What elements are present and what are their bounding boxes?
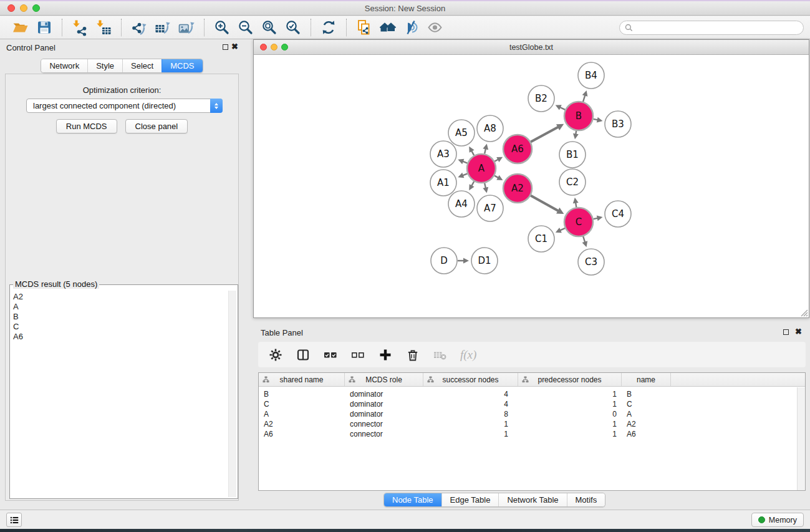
mcds-result-item[interactable]: A	[13, 302, 228, 312]
graph-node-label: C	[576, 216, 582, 228]
function-builder-icon: f(x)	[460, 347, 476, 362]
tab-network[interactable]: Network	[41, 59, 87, 72]
table-row[interactable]: Adominator80A	[259, 409, 805, 419]
first-neighbors-icon[interactable]	[378, 18, 397, 37]
memory-status-icon	[758, 516, 765, 523]
graph-edge-B-B4[interactable]	[583, 95, 585, 102]
export-network-icon[interactable]	[130, 18, 148, 37]
float-panel-icon[interactable]	[223, 44, 228, 50]
network-view-window: testGlobe.txt B4B2BB3A8A5A6A3B1AC2A1A2A4…	[253, 39, 809, 318]
tab-node-table[interactable]: Node Table	[384, 493, 441, 506]
table-scrollbar[interactable]	[797, 387, 805, 490]
window-titlebar: Session: New Session	[0, 1, 810, 16]
table-body: Bdominator41BCdominator41CAdominator80AA…	[259, 389, 805, 439]
column-header-mcds-role[interactable]: MCDS role	[345, 373, 423, 386]
show-all-icon[interactable]	[426, 18, 445, 37]
desktop-background-strip	[0, 529, 810, 532]
tab-motifs[interactable]: Motifs	[567, 493, 605, 506]
graph-edge-arrowhead	[573, 133, 579, 140]
close-panel-button[interactable]: Close panel	[125, 119, 188, 133]
table-cell: B	[622, 390, 671, 399]
tab-network-table[interactable]: Network Table	[498, 493, 566, 506]
search-input[interactable]	[636, 24, 803, 32]
mcds-result-item[interactable]: A6	[13, 332, 228, 342]
graph-edge-arrowhead	[597, 117, 603, 123]
table-cell: 4	[423, 390, 518, 399]
network-window-title: testGlobe.txt	[254, 40, 809, 55]
mcds-result-scrollbar[interactable]	[228, 291, 236, 497]
graph-node-label: B	[576, 110, 582, 122]
toolbar-separator	[62, 19, 62, 36]
close-table-panel-icon[interactable]: ✖	[795, 327, 802, 337]
table-cell: dominator	[345, 390, 423, 399]
deselect-all-icon[interactable]	[350, 347, 365, 362]
graph-node-label: D	[440, 255, 448, 266]
mcds-result-item[interactable]: C	[13, 322, 228, 332]
memory-button[interactable]: Memory	[751, 513, 804, 527]
graph-edge-A2-C[interactable]	[531, 196, 559, 211]
table-row[interactable]: A2connector11A2	[259, 419, 805, 429]
table-settings-gear-icon[interactable]	[268, 347, 283, 362]
zoom-out-icon[interactable]	[236, 18, 255, 37]
delete-table-icon	[433, 347, 448, 362]
table-cell: A6	[259, 430, 345, 438]
network-canvas[interactable]: B4B2BB3A8A5A6A3B1AC2A1A2A4A7C4CC1C3DD1	[254, 55, 809, 317]
table-panel: Table Panel ✖	[253, 324, 810, 510]
export-image-icon[interactable]	[177, 18, 196, 37]
column-header-name[interactable]: name	[622, 373, 671, 386]
run-mcds-button[interactable]: Run MCDS	[56, 119, 117, 133]
graph-node-label: D1	[478, 255, 491, 266]
task-history-button[interactable]	[6, 513, 22, 527]
mcds-result-group: MCDS result (5 nodes) A2ABCA6	[9, 284, 238, 499]
column-header-predecessor-nodes[interactable]: predecessor nodes	[518, 373, 622, 386]
save-session-icon[interactable]	[35, 18, 54, 37]
mcds-result-item[interactable]: A2	[13, 292, 228, 302]
graph-node-label: C2	[566, 177, 579, 188]
import-network-icon[interactable]	[70, 18, 89, 37]
graph-node-label: B3	[612, 118, 624, 130]
tab-mcds[interactable]: MCDS	[162, 59, 202, 72]
refresh-layout-icon[interactable]	[319, 18, 338, 37]
table-cell: dominator	[345, 400, 423, 409]
tab-edge-table[interactable]: Edge Table	[441, 493, 499, 506]
graph-node-label: C3	[585, 256, 597, 268]
tab-style[interactable]: Style	[87, 59, 122, 72]
graph-edge-A6-B[interactable]	[531, 127, 559, 142]
table-cell: C	[259, 400, 345, 409]
zoom-in-icon[interactable]	[213, 18, 231, 37]
mcds-result-item[interactable]: B	[13, 312, 228, 322]
table-row[interactable]: Cdominator41C	[259, 399, 805, 409]
criterion-dropdown[interactable]: largest connected component (directed)	[26, 99, 223, 113]
window-title: Session: New Session	[0, 1, 810, 16]
new-network-from-selection-icon[interactable]	[355, 18, 374, 37]
column-header-successor-nodes[interactable]: successor nodes	[423, 373, 518, 386]
mcds-panel: Optimization criterion: largest connecte…	[5, 74, 239, 501]
zoom-selected-icon[interactable]	[284, 18, 302, 37]
open-session-icon[interactable]	[11, 18, 30, 37]
table-cell: connector	[345, 420, 423, 428]
network-window-titlebar: testGlobe.txt	[254, 40, 809, 55]
graph-node-label: A3	[437, 148, 450, 160]
export-table-icon[interactable]	[153, 18, 172, 37]
show-column-icon[interactable]	[296, 347, 311, 362]
column-header-shared-name[interactable]: shared name	[259, 373, 345, 386]
import-table-icon[interactable]	[94, 18, 113, 37]
add-column-icon[interactable]	[378, 347, 393, 362]
resize-grip-icon[interactable]	[799, 308, 808, 317]
table-cell: 4	[423, 400, 518, 409]
table-cell: A6	[622, 430, 671, 438]
close-panel-icon[interactable]: ✖	[231, 42, 238, 52]
table-row[interactable]: A6connector11A6	[259, 429, 805, 439]
graph-edge-arrowhead	[582, 90, 588, 97]
hide-selected-icon[interactable]	[402, 18, 421, 37]
network-graph: B4B2BB3A8A5A6A3B1AC2A1A2A4A7C4CC1C3DD1	[254, 55, 809, 317]
tab-select[interactable]: Select	[122, 59, 162, 72]
zoom-fit-icon[interactable]	[260, 18, 279, 37]
float-table-panel-icon[interactable]	[783, 329, 789, 335]
graph-edge-C-C3[interactable]	[583, 236, 585, 243]
search-field[interactable]	[619, 21, 804, 35]
delete-column-icon[interactable]	[405, 347, 420, 362]
select-all-icon[interactable]	[323, 347, 338, 362]
table-row[interactable]: Bdominator41B	[259, 389, 805, 399]
toolbar-separator	[311, 19, 311, 36]
